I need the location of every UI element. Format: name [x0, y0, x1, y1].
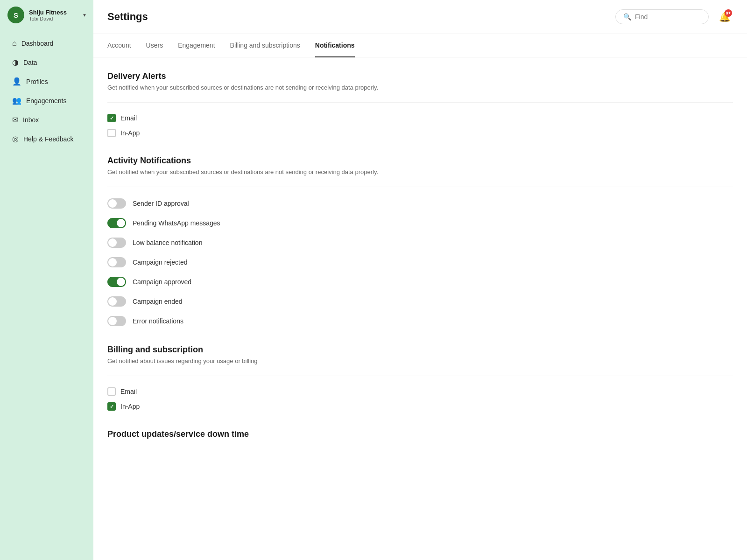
email-checkbox-row: Email — [107, 114, 733, 122]
campaign-rejected-label: Campaign rejected — [133, 259, 188, 266]
sidebar: S Shiju Fitness Tobi David ▾ ⌂ Dashboard… — [0, 0, 93, 560]
tab-engagement[interactable]: Engagement — [178, 34, 215, 57]
error-notifications-toggle-row: Error notifications — [107, 316, 733, 326]
toggle-knob — [117, 278, 125, 286]
billing-inapp-checkbox[interactable] — [107, 402, 116, 411]
sidebar-item-profiles[interactable]: 👤 Profiles — [4, 72, 90, 91]
notification-badge: 9+ — [725, 9, 732, 17]
activity-title: Activity Notifications — [107, 156, 733, 166]
toggle-knob — [108, 258, 117, 266]
sidebar-item-label: Help & Feedback — [23, 135, 73, 143]
sender-id-toggle-row: Sender ID approval — [107, 198, 733, 209]
divider — [107, 187, 733, 187]
low-balance-toggle-row: Low balance notification — [107, 238, 733, 248]
billing-inapp-label: In-App — [120, 403, 140, 410]
toggle-knob — [108, 199, 117, 208]
sender-id-label: Sender ID approval — [133, 200, 189, 207]
billing-email-checkbox-row: Email — [107, 387, 733, 396]
sidebar-item-help[interactable]: ◎ Help & Feedback — [4, 130, 90, 148]
error-notifications-toggle[interactable] — [107, 316, 126, 326]
dashboard-icon: ⌂ — [12, 39, 17, 48]
inbox-icon: ✉ — [12, 115, 18, 124]
notification-bell[interactable]: 🔔 9+ — [716, 8, 733, 25]
campaign-approved-toggle-row: Campaign approved — [107, 277, 733, 287]
product-updates-title: Product updates/service down time — [107, 429, 733, 439]
sidebar-item-dashboard[interactable]: ⌂ Dashboard — [4, 35, 90, 52]
toggle-knob — [108, 297, 117, 306]
whatsapp-toggle[interactable] — [107, 218, 126, 228]
sidebar-item-label: Profiles — [26, 78, 48, 85]
data-icon: ◑ — [12, 58, 19, 67]
product-updates-section: Product updates/service down time — [107, 429, 733, 439]
delivery-alerts-desc: Get notified when your subscribed source… — [107, 84, 733, 91]
campaign-approved-toggle[interactable] — [107, 277, 126, 287]
email-label: Email — [120, 114, 137, 122]
tabs: Account Users Engagement Billing and sub… — [93, 34, 747, 57]
billing-subscription-desc: Get notified about issues regarding your… — [107, 357, 733, 364]
campaign-approved-label: Campaign approved — [133, 278, 191, 286]
activity-desc: Get notified when your subscribed source… — [107, 168, 733, 175]
inapp-checkbox-row: In-App — [107, 129, 733, 137]
campaign-rejected-toggle-row: Campaign rejected — [107, 257, 733, 267]
toggle-knob — [108, 317, 117, 325]
toggle-knob — [117, 219, 125, 227]
sender-id-toggle[interactable] — [107, 198, 126, 209]
campaign-ended-toggle[interactable] — [107, 296, 126, 307]
sidebar-item-inbox[interactable]: ✉ Inbox — [4, 111, 90, 129]
error-notifications-label: Error notifications — [133, 317, 183, 325]
billing-email-label: Email — [120, 388, 137, 395]
billing-inapp-checkbox-row: In-App — [107, 402, 733, 411]
delivery-alerts-title: Delivery Alerts — [107, 71, 733, 81]
billing-subscription-title: Billing and subscription — [107, 345, 733, 355]
campaign-ended-toggle-row: Campaign ended — [107, 296, 733, 307]
whatsapp-toggle-row: Pending WhatsApp messages — [107, 218, 733, 228]
tab-billing[interactable]: Billing and subscriptions — [230, 34, 300, 57]
delivery-alerts-section: Delivery Alerts Get notified when your s… — [107, 71, 733, 137]
avatar: S — [7, 7, 24, 23]
sidebar-header[interactable]: S Shiju Fitness Tobi David ▾ — [0, 0, 93, 30]
divider — [107, 102, 733, 103]
billing-subscription-section: Billing and subscription Get notified ab… — [107, 345, 733, 411]
settings-content: Delivery Alerts Get notified when your s… — [93, 57, 747, 560]
user-info: Shiju Fitness Tobi David — [29, 9, 78, 21]
profiles-icon: 👤 — [12, 77, 21, 86]
chevron-down-icon: ▾ — [83, 12, 86, 18]
sidebar-item-label: Engagements — [26, 97, 66, 105]
whatsapp-label: Pending WhatsApp messages — [133, 219, 220, 227]
user-sub: Tobi David — [29, 16, 78, 21]
campaign-rejected-toggle[interactable] — [107, 257, 126, 267]
billing-email-checkbox[interactable] — [107, 387, 116, 396]
sidebar-item-label: Dashboard — [21, 40, 54, 47]
inapp-checkbox[interactable] — [107, 129, 116, 137]
page-title: Settings — [107, 11, 148, 23]
tab-users[interactable]: Users — [146, 34, 163, 57]
sidebar-item-data[interactable]: ◑ Data — [4, 53, 90, 71]
help-icon: ◎ — [12, 134, 19, 143]
sidebar-nav: ⌂ Dashboard ◑ Data 👤 Profiles 👥 Engageme… — [0, 30, 93, 560]
topbar-right: 🔍 🔔 9+ — [615, 8, 733, 25]
search-input[interactable] — [635, 13, 701, 21]
topbar: Settings 🔍 🔔 9+ — [93, 0, 747, 34]
main-content: Settings 🔍 🔔 9+ Account Users Engagement… — [93, 0, 747, 560]
tab-account[interactable]: Account — [107, 34, 131, 57]
sidebar-item-label: Inbox — [23, 116, 39, 124]
user-name: Shiju Fitness — [29, 9, 78, 16]
sidebar-item-engagements[interactable]: 👥 Engagements — [4, 91, 90, 110]
low-balance-label: Low balance notification — [133, 239, 202, 246]
tab-notifications[interactable]: Notifications — [315, 34, 355, 57]
divider — [107, 376, 733, 376]
toggle-knob — [108, 238, 117, 247]
inapp-label: In-App — [120, 129, 140, 137]
search-icon: 🔍 — [623, 13, 631, 21]
email-checkbox[interactable] — [107, 114, 116, 122]
engagements-icon: 👥 — [12, 96, 21, 105]
activity-notifications-section: Activity Notifications Get notified when… — [107, 156, 733, 326]
sidebar-item-label: Data — [23, 59, 37, 66]
search-box[interactable]: 🔍 — [615, 9, 709, 24]
campaign-ended-label: Campaign ended — [133, 298, 183, 305]
low-balance-toggle[interactable] — [107, 238, 126, 248]
